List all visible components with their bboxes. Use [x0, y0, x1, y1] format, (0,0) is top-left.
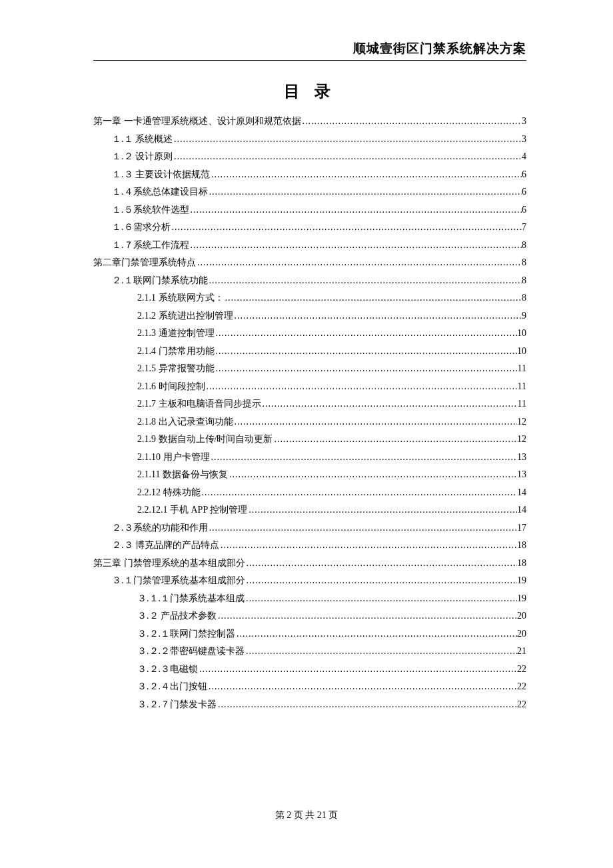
toc-entry[interactable]: 第二章门禁管理系统特点8 — [93, 255, 526, 269]
toc-leader-dots — [196, 255, 522, 269]
toc-entry[interactable]: 2.1.11 数据备份与恢复13 — [93, 467, 526, 481]
toc-leader-dots — [217, 697, 517, 711]
toc-entry[interactable]: １.１ 系统概述3 — [93, 132, 526, 146]
toc-entry-label: ３.１.１门禁系统基本组成 — [137, 591, 245, 605]
toc-entry[interactable]: 第三章 门禁管理系统的基本组成部分18 — [93, 556, 526, 570]
table-of-contents: 第一章 一卡通管理系统概述、设计原则和规范依据3１.１ 系统概述3１.２ 设计原… — [93, 114, 526, 711]
toc-entry-label: 2.1.1 系统联网方式： — [137, 291, 224, 305]
toc-entry-label: ３.２.３电磁锁 — [137, 662, 198, 676]
toc-entry-label: 2.2.12.1 手机 APP 控制管理 — [137, 503, 247, 517]
toc-entry-label: １.３ 主要设计依据规范 — [112, 167, 210, 181]
toc-entry-label: 2.1.6 时间段控制 — [137, 379, 205, 393]
toc-entry-label: １.１ 系统概述 — [112, 132, 173, 146]
toc-leader-dots — [208, 185, 522, 199]
toc-leader-dots — [228, 467, 517, 481]
toc-entry[interactable]: １.７系统工作流程8 — [93, 238, 526, 252]
toc-entry[interactable]: ２.１联网门禁系统功能8 — [93, 273, 526, 287]
toc-entry[interactable]: 2.1.9 数据自动上传/时间自动更新12 — [93, 432, 526, 446]
toc-leader-dots — [171, 220, 522, 234]
toc-heading: 目 录 — [93, 81, 526, 102]
toc-entry[interactable]: 2.1.8 出入记录查询功能12 — [93, 415, 526, 429]
toc-leader-dots — [247, 503, 517, 517]
toc-entry[interactable]: １.４系统总体建设目标6 — [93, 185, 526, 199]
toc-entry[interactable]: ３.２.７门禁发卡器22 — [93, 697, 526, 711]
toc-entry[interactable]: 2.1.5 异常报警功能11 — [93, 361, 526, 375]
toc-leader-dots — [217, 609, 517, 623]
toc-entry[interactable]: ３.２.４出门按钮22 — [93, 679, 526, 693]
toc-leader-dots — [201, 485, 518, 499]
toc-entry[interactable]: 2.1.2 系统进出控制管理9 — [93, 309, 526, 323]
toc-entry[interactable]: 2.2.12.1 手机 APP 控制管理14 — [93, 503, 526, 517]
toc-entry-page: 18 — [517, 538, 526, 552]
toc-leader-dots — [205, 379, 518, 393]
toc-entry[interactable]: ３.１门禁管理系统基本组成部分19 — [93, 573, 526, 587]
toc-leader-dots — [189, 203, 522, 217]
toc-entry[interactable]: ２.３ 博克品牌的产品特点18 — [93, 538, 526, 552]
toc-entry-page: 8 — [522, 238, 526, 252]
toc-entry-page: 14 — [517, 503, 526, 517]
toc-entry-page: 22 — [517, 679, 526, 693]
toc-entry-page: 12 — [517, 432, 526, 446]
toc-entry[interactable]: ３.２.２带密码键盘读卡器21 — [93, 644, 526, 658]
toc-entry[interactable]: ３.２ 产品技术参数20 — [93, 609, 526, 623]
toc-entry-label: 第一章 一卡通管理系统概述、设计原则和规范依据 — [93, 114, 301, 128]
toc-leader-dots — [261, 397, 518, 411]
toc-leader-dots — [208, 273, 522, 287]
toc-entry-page: 7 — [522, 220, 526, 234]
toc-leader-dots — [245, 591, 517, 605]
toc-entry-page: 10 — [517, 326, 526, 340]
toc-entry-page: 11 — [518, 397, 526, 411]
toc-entry[interactable]: 2.1.10 用户卡管理13 — [93, 450, 526, 464]
toc-entry[interactable]: １.５系统软件选型6 — [93, 203, 526, 217]
toc-entry-page: 6 — [522, 203, 526, 217]
toc-leader-dots — [233, 309, 522, 323]
toc-entry[interactable]: 第一章 一卡通管理系统概述、设计原则和规范依据3 — [93, 114, 526, 128]
toc-leader-dots — [233, 415, 518, 429]
toc-entry-label: ２.３系统的功能和作用 — [112, 521, 208, 535]
toc-entry-page: 13 — [517, 467, 526, 481]
toc-entry-page: 6 — [522, 185, 526, 199]
toc-leader-dots — [273, 432, 517, 446]
toc-entry-label: 2.2.12 特殊功能 — [137, 485, 201, 499]
toc-entry[interactable]: ３.２.１联网门禁控制器20 — [93, 627, 526, 641]
toc-entry-label: 2.1.11 数据备份与恢复 — [137, 467, 228, 481]
toc-entry-page: 4 — [522, 149, 526, 163]
toc-leader-dots — [198, 662, 517, 676]
toc-entry-label: 2.1.2 系统进出控制管理 — [137, 309, 233, 323]
toc-leader-dots — [224, 291, 522, 305]
toc-entry-label: ３.２.４出门按钮 — [137, 679, 207, 693]
toc-entry-page: 8 — [522, 273, 526, 287]
toc-entry-page: 19 — [517, 591, 526, 605]
toc-entry-page: 6 — [522, 167, 526, 181]
toc-entry-page: 14 — [517, 485, 526, 499]
document-page: 顺城壹街区门禁系统解决方案 目 录 第一章 一卡通管理系统概述、设计原则和规范依… — [0, 0, 613, 748]
toc-entry[interactable]: 2.1.1 系统联网方式：8 — [93, 291, 526, 305]
toc-entry[interactable]: 2.1.3 通道控制管理10 — [93, 326, 526, 340]
toc-entry[interactable]: 2.1.6 时间段控制11 — [93, 379, 526, 393]
toc-entry[interactable]: 2.1.4 门禁常用功能10 — [93, 344, 526, 358]
toc-leader-dots — [208, 521, 518, 535]
toc-entry[interactable]: ３.２.３电磁锁22 — [93, 662, 526, 676]
toc-entry-page: 17 — [517, 521, 526, 535]
toc-entry[interactable]: １.２ 设计原则4 — [93, 149, 526, 163]
toc-entry[interactable]: １.３ 主要设计依据规范6 — [93, 167, 526, 181]
toc-entry-page: 8 — [522, 255, 526, 269]
toc-entry-page: 19 — [517, 573, 526, 587]
toc-entry-page: 9 — [522, 309, 526, 323]
toc-entry[interactable]: ２.３系统的功能和作用17 — [93, 521, 526, 535]
toc-entry[interactable]: １.６需求分析7 — [93, 220, 526, 234]
toc-leader-dots — [215, 344, 518, 358]
toc-entry-label: １.６需求分析 — [112, 220, 171, 234]
toc-entry[interactable]: ３.１.１门禁系统基本组成19 — [93, 591, 526, 605]
toc-entry-page: 11 — [518, 379, 526, 393]
toc-leader-dots — [301, 114, 522, 128]
toc-leader-dots — [173, 132, 522, 146]
page-footer: 第 2 页 共 21 页 — [0, 809, 613, 821]
toc-entry-label: 第三章 门禁管理系统的基本组成部分 — [93, 556, 245, 570]
toc-entry[interactable]: 2.1.7 主板和电脑语音同步提示11 — [93, 397, 526, 411]
toc-entry-label: １.２ 设计原则 — [112, 149, 173, 163]
toc-entry-page: 8 — [522, 291, 526, 305]
toc-entry-page: 12 — [517, 415, 526, 429]
toc-entry[interactable]: 2.2.12 特殊功能14 — [93, 485, 526, 499]
toc-entry-label: 2.1.4 门禁常用功能 — [137, 344, 215, 358]
